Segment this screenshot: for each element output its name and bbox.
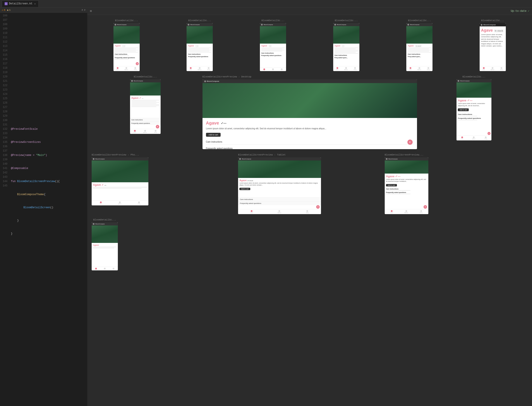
preview-frame-phone[interactable]: BloomCompose Agave ✓ ••• Home MyPlants S…	[92, 157, 148, 205]
code-line-128	[11, 310, 86, 314]
code-line-130	[11, 336, 86, 341]
preview-label-row2-left: BloomDetailSc...	[92, 75, 199, 78]
preview-frame-row2-left[interactable]: BloomCompose Agave ✓ —	[130, 79, 161, 134]
nav-up-button[interactable]: ∧	[81, 8, 83, 12]
code-line-114: @PreviewFontScale	[11, 127, 86, 131]
code-panel: ⚠ 6 ▲ 1 ∧ ∨ 106 107 108 109 110 111	[0, 7, 87, 406]
code-line-117: @Composable	[11, 166, 86, 171]
preview-frame-row2-right[interactable]: BloomCompose Agave ✓— Lorem ipsum dolor …	[457, 79, 491, 140]
kotlin-file-icon: K	[5, 2, 8, 5]
code-line-115: @PreviewScreenSizes	[11, 140, 86, 144]
code-line-123	[11, 245, 86, 249]
info-triangle-icon: ▲	[7, 9, 8, 11]
preview-item-row2-right[interactable]: BloomDetailSc... BloomCompose Agave ✓— L…	[421, 75, 528, 149]
detail-screen-tab[interactable]: K DetailScreen.kt ✕	[2, 0, 39, 7]
preview-label-phone: BloomDetailScreenPreview - Pho...	[92, 153, 235, 156]
preview-label-2: BloomDetailSc...	[165, 19, 235, 22]
code-line-111	[11, 88, 86, 92]
nav-arrows: ∧ ∨	[81, 8, 86, 12]
code-line-122: }	[11, 232, 86, 236]
code-line-132	[11, 362, 86, 367]
preview-label-desktop: BloomDetailScreenPreview - Desktop	[202, 75, 417, 78]
code-line-116: @Preview(name = "Main")	[11, 153, 86, 157]
preview-row-1: BloomDetailSc... BloomCompose Agave • ••	[92, 19, 528, 71]
tab-close-button[interactable]: ✕	[34, 2, 36, 5]
code-line-134	[11, 389, 86, 393]
code-line-129	[11, 323, 86, 327]
faq-section: Frequently asked questions	[238, 201, 321, 205]
preview-frame-bottom[interactable]: BloomCompose Agave	[92, 222, 118, 270]
error-bar: ⚠ 6 ▲ 1 ∧ ∨	[0, 7, 87, 13]
preview-status: Up-to-date ✓	[511, 9, 529, 13]
care-instructions-section: Care instructions	[238, 197, 321, 201]
nav-down-button[interactable]: ∨	[84, 8, 86, 12]
preview-status-checkmark: ✓	[528, 9, 529, 13]
preview-header: ⊞ Up-to-date ✓	[87, 7, 532, 15]
preview-frame-tablet[interactable]: BloomCompose Agave of stock Lorem ipsum …	[238, 157, 321, 214]
preview-frame-4[interactable]: BloomCompose Agave •• Care instructi	[333, 23, 359, 71]
preview-frame-1[interactable]: BloomCompose Agave • •• Care instruction…	[113, 23, 140, 71]
code-line-109	[11, 61, 86, 66]
code-line-126	[11, 284, 86, 288]
preview-label-tablet: BloomDetailScreenPreview - Tablet	[238, 153, 381, 156]
preview-frame-5[interactable]: BloomCompose Agave In stock Care instruc…	[406, 23, 433, 71]
preview-label-bottom: BloomDetailSc...	[92, 218, 118, 221]
warning-badge: ⚠ 6	[2, 8, 5, 11]
tab-bar: K DetailScreen.kt ✕	[0, 0, 532, 7]
preview-item-bottom[interactable]: BloomDetailSc... BloomCompose Agave	[92, 218, 118, 270]
preview-item-6[interactable]: BloomDetailSc... BloomCompose Agave In s…	[458, 19, 528, 71]
preview-label-4: BloomDetailSc...	[311, 19, 381, 22]
code-line-107	[11, 35, 86, 40]
code-editor[interactable]: 106 107 108 109 110 111 112 113 114 115 …	[0, 13, 87, 406]
code-line-121: }	[11, 218, 86, 223]
preview-item-5[interactable]: BloomDetailSc... BloomCompose Agave In s…	[385, 19, 455, 71]
line-numbers: 106 107 108 109 110 111 112 113 114 115 …	[0, 13, 9, 406]
code-line-113	[11, 114, 86, 118]
code-lines: @PreviewFontScale @PreviewScreenSizes @P…	[9, 13, 87, 406]
code-line-124	[11, 258, 86, 262]
preview-frame-desktop[interactable]: BloomCompose Agave ✓— Lorem ipsum dolor …	[202, 79, 417, 149]
error-indicators: ⚠ 6 ▲ 1	[2, 8, 10, 11]
preview-content[interactable]: BloomDetailSc... BloomCompose Agave • ••	[87, 15, 532, 406]
preview-status-text: Up-to-date	[511, 10, 526, 13]
code-line-112	[11, 101, 86, 105]
preview-frame-6[interactable]: BloomCompose Agave In stock Lorem ipsum …	[480, 23, 506, 71]
preview-label-row2-right: BloomDetailSc...	[421, 75, 528, 78]
preview-frame-2[interactable]: BloomCompose Agave • •• Care instruction…	[187, 23, 213, 71]
preview-row-2: BloomDetailSc... BloomCompose Agave ✓ —	[92, 75, 528, 149]
preview-label-3: BloomDetailSc...	[238, 19, 308, 22]
preview-label-1: BloomDetailSc...	[92, 19, 162, 22]
preview-row-3: BloomDetailScreenPreview - Pho... BloomC…	[92, 153, 528, 214]
code-line-118: fun BloomDetailScreenPreview(){	[11, 179, 86, 184]
info-count: 1	[9, 9, 11, 11]
preview-label-6: BloomDetailSc...	[458, 19, 528, 22]
code-line-106	[11, 22, 86, 27]
preview-toolbar-left: ⊞	[90, 9, 92, 13]
preview-row-4: BloomDetailSc... BloomCompose Agave	[92, 218, 528, 275]
preview-panel: ⊞ Up-to-date ✓ BloomDetailSc... BloomCom…	[87, 7, 532, 406]
code-line-125	[11, 271, 86, 275]
preview-item-row2-left[interactable]: BloomDetailSc... BloomCompose Agave ✓ —	[92, 75, 199, 149]
preview-item-large[interactable]: BloomDetailScreenPreview... BloomCompose…	[385, 153, 528, 214]
preview-item-desktop[interactable]: BloomDetailScreenPreview - Desktop Bloom…	[202, 75, 417, 149]
code-line-127	[11, 297, 86, 301]
preview-item-3[interactable]: BloomDetailSc... BloomCompose Agave •••	[238, 19, 308, 71]
main-layout: ⚠ 6 ▲ 1 ∧ ∨ 106 107 108 109 110 111	[0, 7, 532, 406]
code-line-108	[11, 48, 86, 53]
preview-item-tablet[interactable]: BloomDetailScreenPreview - Tablet BloomC…	[238, 153, 381, 214]
preview-item-2[interactable]: BloomDetailSc... BloomCompose Agave • ••	[165, 19, 235, 71]
tab-filename: DetailScreen.kt	[9, 2, 32, 5]
preview-item-4[interactable]: BloomDetailSc... BloomCompose Agave ••	[311, 19, 381, 71]
preview-frame-3[interactable]: BloomCompose Agave ••• Care instructions…	[260, 23, 286, 71]
code-line-120: BloomDetailScreen()	[11, 205, 86, 210]
preview-label-large: BloomDetailScreenPreview...	[385, 153, 528, 156]
code-line-110	[11, 75, 86, 79]
code-line-119: BloomComposeTheme{	[11, 192, 86, 197]
preview-item-phone[interactable]: BloomDetailScreenPreview - Pho... BloomC…	[92, 153, 235, 214]
code-line-135	[11, 402, 86, 406]
info-badge: ▲ 1	[7, 9, 10, 11]
warning-triangle-icon: ⚠	[2, 8, 3, 11]
preview-item-1[interactable]: BloomDetailSc... BloomCompose Agave • ••	[92, 19, 162, 71]
preview-layout-toggle[interactable]: ⊞	[90, 9, 92, 13]
preview-frame-large[interactable]: BloomCompose Agave ✓— Lorem ipsum dolor …	[385, 157, 428, 214]
